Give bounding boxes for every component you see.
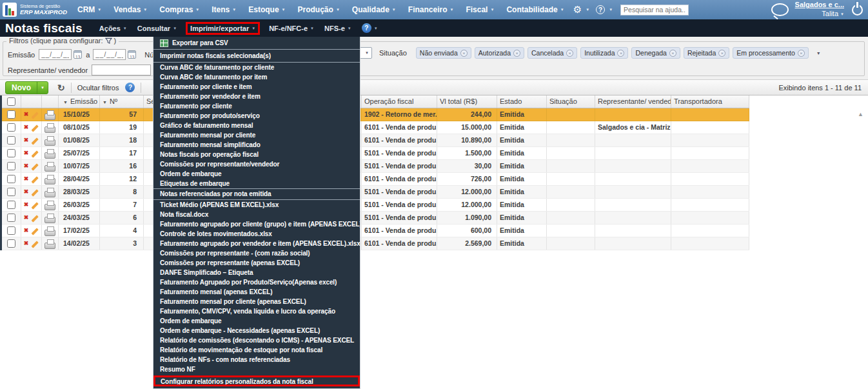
delete-icon[interactable]: ✖ xyxy=(24,112,29,117)
menu-item-report[interactable]: Ordem de embarque xyxy=(153,316,360,326)
delete-icon[interactable]: ✖ xyxy=(24,202,29,208)
menu-nfse[interactable]: NFS-e▼ xyxy=(324,25,351,32)
badge-cancelada[interactable]: Cancelada× xyxy=(528,47,577,59)
menu-item-report[interactable]: Curva ABC de faturamento por item xyxy=(153,72,360,82)
table-row[interactable]: ✖ 08/10/25 19 6101 - Venda de produ... 1… xyxy=(2,121,749,134)
print-icon[interactable] xyxy=(44,214,55,223)
table-row[interactable]: ✖ 14/02/25 3 6101 - Venda de produ... 2.… xyxy=(2,237,749,250)
badge-autorizada[interactable]: Autorizada× xyxy=(475,47,524,59)
remove-badge-icon[interactable]: × xyxy=(460,50,468,57)
top-menu-itens[interactable]: Itens▼ xyxy=(212,5,236,14)
gear-icon[interactable]: ⚙ xyxy=(573,4,582,15)
chat-bubble-icon[interactable] xyxy=(771,3,789,16)
filters-legend[interactable]: Filtros (clique para configurar: ) xyxy=(6,37,119,45)
edit-pencil-icon[interactable] xyxy=(31,227,39,235)
badge-inutilizada[interactable]: Inutilizada× xyxy=(580,47,628,59)
delete-icon[interactable]: ✖ xyxy=(24,228,29,234)
menu-item-report[interactable]: Faturamento Agrupado por Produto/Serviço… xyxy=(153,277,360,287)
row-checkbox[interactable] xyxy=(7,188,15,196)
novo-dropdown[interactable]: ▼ xyxy=(37,82,48,94)
top-menu-contabilidade[interactable]: Contabilidade▼ xyxy=(506,5,564,14)
delete-icon[interactable]: ✖ xyxy=(24,150,29,156)
edit-pencil-icon[interactable] xyxy=(31,163,39,170)
print-icon[interactable] xyxy=(44,149,55,158)
col-emissao[interactable]: ▼Emissão xyxy=(59,95,100,108)
top-menu-financeiro[interactable]: Financeiro▼ xyxy=(408,5,454,14)
table-row[interactable]: ✖ 28/03/25 8 5101 - Venda de produ... 12… xyxy=(2,186,749,199)
print-icon[interactable] xyxy=(44,226,55,235)
menu-item-report[interactable]: Faturamento mensal simplificado xyxy=(153,140,360,150)
scrollbar-up-icon[interactable]: ▲ xyxy=(858,111,863,117)
row-checkbox[interactable] xyxy=(7,201,15,209)
delete-icon[interactable]: ✖ xyxy=(24,241,29,246)
print-icon[interactable] xyxy=(44,188,55,197)
menu-item-report[interactable]: Resumo NF xyxy=(153,364,360,374)
chevron-down-icon[interactable]: ▼ xyxy=(586,8,589,12)
select-all-checkbox[interactable] xyxy=(7,97,15,106)
table-row[interactable]: ✖ 15/10/25 57 1902 - Retorno de mer... 2… xyxy=(2,108,749,121)
menu-item-report[interactable]: Ordem de embarque - Necessidades (apenas… xyxy=(153,326,360,335)
top-menu-compras[interactable]: Compras▼ xyxy=(159,5,199,14)
table-row[interactable]: ✖ 10/07/25 16 5101 - Venda de produ... 3… xyxy=(2,160,749,173)
col-vl-total[interactable]: Vl total (R$) xyxy=(437,95,497,108)
menu-item-report[interactable]: Gráfico de faturamento mensal xyxy=(153,121,360,130)
table-row[interactable]: ✖ 01/08/25 18 6101 - Venda de produ... 1… xyxy=(2,134,749,147)
row-checkbox[interactable] xyxy=(7,226,15,235)
top-menu-crm[interactable]: CRM▼ xyxy=(77,5,101,14)
col-transportadora[interactable]: Transportadora xyxy=(671,95,749,108)
ocultar-filtros-button[interactable]: Ocultar filtros xyxy=(77,84,119,92)
menu-item-report[interactable]: Relatório de comissões (descontando o IC… xyxy=(153,335,360,345)
top-menu-producao[interactable]: Produção▼ xyxy=(298,5,340,14)
row-checkbox[interactable] xyxy=(7,214,15,222)
help-icon[interactable]: ? xyxy=(362,23,371,33)
badge-em-processamento[interactable]: Em processamento× xyxy=(733,47,808,59)
top-menu-estoque[interactable]: Estoque▼ xyxy=(248,5,285,14)
menu-item-report[interactable]: Curva ABC de faturamento por cliente xyxy=(153,63,360,72)
delete-icon[interactable]: ✖ xyxy=(24,189,29,195)
page-help[interactable]: ?▼ xyxy=(362,23,378,33)
menu-item-report[interactable]: Faturamento por produto/serviço xyxy=(153,111,360,121)
delete-icon[interactable]: ✖ xyxy=(24,163,29,169)
menu-item-report[interactable]: Relatório de movimentação de estoque por… xyxy=(153,345,360,355)
menu-item-report[interactable]: Nota fiscal.docx xyxy=(153,210,360,219)
remove-badge-icon[interactable]: × xyxy=(718,50,725,57)
menu-item-report[interactable]: Ticket Médio (APENAS EM EXCEL).xlsx xyxy=(153,200,360,210)
menu-imprimir-exportar[interactable]: Imprimir/exportar▼ xyxy=(190,25,255,32)
representante-input[interactable] xyxy=(92,65,151,75)
menu-consultar[interactable]: Consultar▼ xyxy=(137,25,177,32)
refresh-icon[interactable]: ↻ xyxy=(57,83,65,93)
company-link[interactable]: Salgados e c... xyxy=(795,1,844,10)
remove-badge-icon[interactable]: × xyxy=(617,50,624,57)
menu-item-notas-referenciadas[interactable]: Notas referenciadas por nota emitida xyxy=(153,189,360,199)
row-checkbox[interactable] xyxy=(7,175,15,183)
print-icon[interactable] xyxy=(44,123,55,132)
badge-denegada[interactable]: Denegada× xyxy=(631,47,680,59)
menu-item-report[interactable]: DANFE Simplificado – Etiqueta xyxy=(153,268,360,277)
col-representante[interactable]: Representante/ vendedor xyxy=(595,95,671,108)
delete-icon[interactable]: ✖ xyxy=(24,137,29,143)
menu-item-report[interactable]: Faturamento mensal (apenas EXCEL) xyxy=(153,287,360,297)
edit-pencil-icon[interactable] xyxy=(31,240,39,248)
menu-item-report[interactable]: Faturamento mensal por cliente (apenas E… xyxy=(153,297,360,306)
col-numero[interactable]: ▼Nº xyxy=(100,95,144,108)
remove-badge-icon[interactable]: × xyxy=(798,50,805,57)
row-checkbox[interactable] xyxy=(7,149,15,157)
menu-item-report[interactable]: Faturamento mensal por cliente xyxy=(153,130,360,140)
print-icon[interactable] xyxy=(44,239,55,248)
row-checkbox[interactable] xyxy=(7,110,15,119)
calendar-icon[interactable]: 13 xyxy=(74,50,82,59)
row-checkbox[interactable] xyxy=(7,123,15,132)
menu-item-exportar-csv[interactable]: Exportar para CSV xyxy=(153,37,360,49)
menu-item-report[interactable]: Comissões por representante/vendedor xyxy=(153,159,360,169)
menu-item-report[interactable]: Faturamento agrupado por vendedor e item… xyxy=(153,239,360,248)
menu-item-configurar-relatorios[interactable]: Configurar relatórios personalizados da … xyxy=(153,375,360,386)
top-menu-fiscal[interactable]: Fiscal▼ xyxy=(466,5,494,14)
print-icon[interactable] xyxy=(44,110,55,119)
menu-item-report[interactable]: Faturamento por cliente xyxy=(153,101,360,111)
delete-icon[interactable]: ✖ xyxy=(24,215,29,221)
calendar-icon[interactable]: 13 xyxy=(128,50,136,59)
menu-item-report[interactable]: Ordem de embarque xyxy=(153,169,360,179)
table-row[interactable]: ✖ 24/03/25 6 5101 - Venda de produ... 1.… xyxy=(2,212,749,224)
menu-item-imprimir-selecionadas[interactable]: Imprimir notas fiscais selecionada(s) xyxy=(153,50,360,62)
table-row[interactable]: ✖ 28/04/25 12 6101 - Venda de produ... 7… xyxy=(2,173,749,186)
